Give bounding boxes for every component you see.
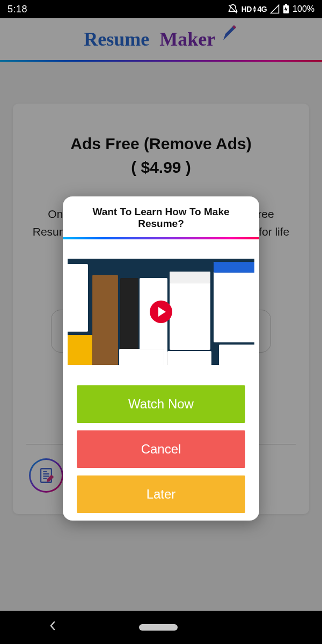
status-bar: 5:18 HD ▲▼ 4G 100% [0, 0, 322, 18]
system-nav-bar [0, 611, 322, 644]
later-button[interactable]: Later [77, 475, 245, 513]
network-hd4g: HD ▲▼ 4G [241, 5, 267, 13]
video-thumbnail[interactable] [68, 259, 254, 365]
status-right: HD ▲▼ 4G 100% [228, 4, 314, 14]
svg-rect-2 [285, 4, 287, 5]
status-time: 5:18 [8, 4, 27, 15]
battery-percent: 100% [292, 4, 314, 14]
dnd-off-icon [228, 4, 238, 14]
app-surface: Resume Maker Ads Free (Remove Ads) ( $4.… [0, 18, 322, 611]
nav-home-pill[interactable] [139, 624, 178, 631]
dialog-gradient [63, 237, 259, 239]
nav-back-button[interactable] [48, 619, 57, 636]
tutorial-dialog: Want To Learn How To Make Resume? Watch … [63, 196, 259, 521]
play-icon[interactable] [150, 301, 172, 323]
dialog-title: Want To Learn How To Make Resume? [63, 196, 259, 237]
cell-signal-icon [270, 4, 280, 14]
battery-icon [283, 4, 289, 14]
cancel-button[interactable]: Cancel [77, 430, 245, 468]
watch-now-button[interactable]: Watch Now [77, 385, 245, 423]
